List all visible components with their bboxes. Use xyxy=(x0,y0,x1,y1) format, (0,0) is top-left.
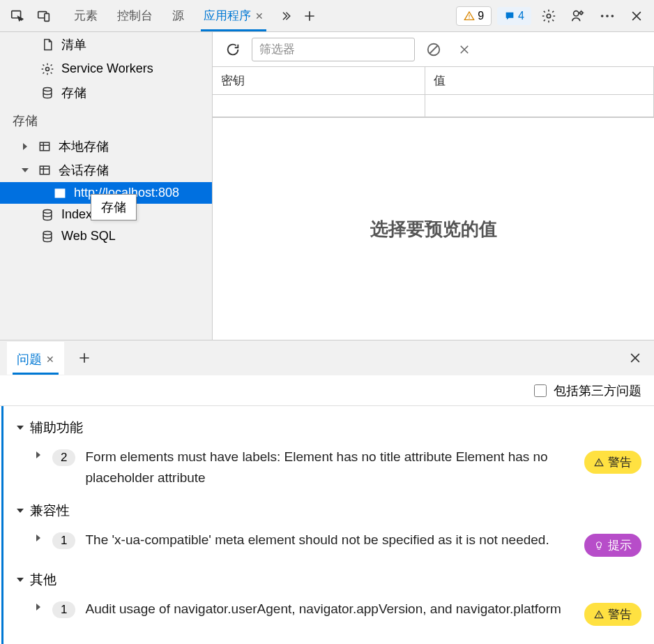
svg-point-16 xyxy=(43,209,52,213)
severity-label: 警告 xyxy=(608,454,632,470)
add-tab-button[interactable] xyxy=(297,3,322,29)
caret-down-icon xyxy=(16,424,24,432)
close-icon[interactable]: ✕ xyxy=(46,354,54,365)
tree-session-storage[interactable]: 会话存储 xyxy=(0,158,212,182)
settings-button[interactable] xyxy=(537,4,561,28)
column-value[interactable]: 值 xyxy=(425,67,654,94)
database-icon xyxy=(40,230,54,244)
tree-item-label: Web SQL xyxy=(61,229,116,244)
svg-rect-2 xyxy=(45,13,49,21)
svg-rect-15 xyxy=(55,189,64,197)
issue-item[interactable]: 1 Audit usage of navigator.userAgent, na… xyxy=(3,592,654,633)
caret-down-icon xyxy=(16,507,24,515)
tab-issues[interactable]: 问题 ✕ xyxy=(7,342,64,375)
svg-rect-20 xyxy=(599,461,600,463)
severity-badge: 警告 xyxy=(584,603,641,626)
tab-sources[interactable]: 源 xyxy=(162,1,194,31)
warning-icon xyxy=(594,458,604,467)
column-key[interactable]: 密钥 xyxy=(213,67,425,94)
sidebar-item-label: 清单 xyxy=(61,36,86,53)
severity-badge: 警告 xyxy=(584,451,641,474)
issue-count: 2 xyxy=(52,449,75,466)
sidebar-storage[interactable]: 存储 xyxy=(0,80,212,105)
tab-application[interactable]: 应用程序 ✕ xyxy=(194,1,273,31)
tab-console[interactable]: 控制台 xyxy=(107,1,162,31)
filter-input[interactable] xyxy=(252,38,415,61)
warning-count: 9 xyxy=(478,10,484,22)
issues-tabs: 问题 ✕ xyxy=(0,340,654,375)
include-third-party-checkbox[interactable] xyxy=(534,384,547,397)
warnings-badge[interactable]: 9 xyxy=(456,6,492,26)
table-row[interactable] xyxy=(213,95,654,117)
more-options-button[interactable] xyxy=(595,4,619,28)
sidebar-manifest[interactable]: 清单 xyxy=(0,32,212,57)
tree-websql[interactable]: Web SQL xyxy=(0,225,212,247)
warning-icon xyxy=(464,10,475,22)
issue-group-title: 其他 xyxy=(30,571,56,589)
issue-text: The 'x-ua-compatible' meta element shoul… xyxy=(85,530,575,550)
issue-group-accessibility[interactable]: 辅助功能 xyxy=(3,412,654,440)
svg-rect-13 xyxy=(40,142,49,151)
svg-point-6 xyxy=(574,10,579,15)
content-pane: 密钥 值 选择要预览的值 xyxy=(213,32,654,340)
caret-right-icon xyxy=(34,534,43,542)
issue-item[interactable]: 1 The 'x-ua-compatible' meta element sho… xyxy=(3,523,654,564)
tab-label: 控制台 xyxy=(117,8,153,24)
close-icon[interactable]: ✕ xyxy=(255,10,264,22)
delete-selected-button[interactable] xyxy=(453,38,476,61)
caret-down-icon xyxy=(16,576,24,584)
caret-right-icon xyxy=(21,142,31,151)
issue-text: Form elements must have labels: Element … xyxy=(85,447,575,488)
issue-text: Audit usage of navigator.userAgent, navi… xyxy=(85,599,575,619)
tree-item-label: 本地存储 xyxy=(59,138,109,155)
svg-point-21 xyxy=(598,616,599,617)
svg-point-10 xyxy=(611,15,614,17)
svg-point-19 xyxy=(598,464,599,465)
more-tabs-button[interactable] xyxy=(273,4,297,28)
svg-rect-14 xyxy=(40,166,49,174)
devtools-toolbar: 元素 控制台 源 应用程序 ✕ 9 4 xyxy=(0,0,654,32)
tab-label: 源 xyxy=(172,8,184,24)
svg-point-8 xyxy=(601,15,604,17)
message-count: 4 xyxy=(518,10,524,22)
database-icon xyxy=(40,208,54,222)
issue-item[interactable]: 2 Form elements must have labels: Elemen… xyxy=(3,440,654,495)
warning-icon xyxy=(594,610,604,620)
issue-count: 1 xyxy=(52,532,75,549)
messages-badge[interactable]: 4 xyxy=(497,7,531,25)
issue-count: 1 xyxy=(52,601,75,618)
svg-point-3 xyxy=(469,17,470,18)
table-icon xyxy=(53,186,67,200)
issue-group-title: 辅助功能 xyxy=(30,419,83,437)
include-third-party-label: 包括第三方问题 xyxy=(554,382,641,399)
hint-icon xyxy=(594,541,604,551)
database-icon xyxy=(40,86,54,100)
caret-right-icon xyxy=(34,603,43,611)
svg-rect-4 xyxy=(469,15,470,17)
close-drawer-button[interactable] xyxy=(623,346,647,370)
issue-group-other[interactable]: 其他 xyxy=(3,564,654,592)
inspect-element-button[interactable] xyxy=(6,4,29,28)
document-icon xyxy=(40,38,54,52)
feedback-button[interactable] xyxy=(566,4,590,28)
tab-label: 问题 xyxy=(17,351,42,368)
svg-point-11 xyxy=(46,67,50,70)
tab-label: 应用程序 xyxy=(204,8,251,24)
issues-body: 辅助功能 2 Form elements must have labels: E… xyxy=(1,406,654,644)
severity-label: 提示 xyxy=(608,537,632,553)
devtools-tabs: 元素 控制台 源 应用程序 ✕ xyxy=(64,1,453,31)
sidebar: 清单 Service Workers 存储 存储 本地存储 会话存储 xyxy=(0,32,213,340)
close-devtools-button[interactable] xyxy=(625,4,648,28)
device-toggle-button[interactable] xyxy=(32,4,56,28)
tab-elements[interactable]: 元素 xyxy=(64,1,107,31)
tree-local-storage[interactable]: 本地存储 xyxy=(0,135,212,158)
severity-badge: 提示 xyxy=(584,534,641,557)
sidebar-item-label: 存储 xyxy=(61,84,86,101)
svg-point-12 xyxy=(43,88,52,91)
clear-all-button[interactable] xyxy=(422,38,446,61)
add-drawer-tab-button[interactable] xyxy=(73,346,96,370)
sidebar-service-workers[interactable]: Service Workers xyxy=(0,57,212,80)
issue-group-compatibility[interactable]: 兼容性 xyxy=(3,495,654,523)
refresh-button[interactable] xyxy=(221,38,245,61)
svg-rect-22 xyxy=(599,613,600,615)
